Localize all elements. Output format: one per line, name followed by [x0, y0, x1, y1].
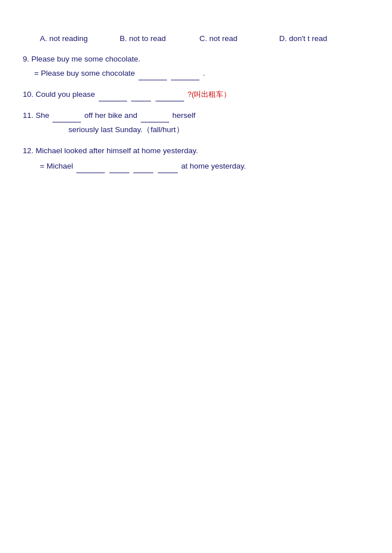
q12-blank-4[interactable]	[158, 164, 178, 173]
q9-main: 9. Please buy me some chocolate.	[23, 53, 369, 66]
q9-sub: = Please buy some chocolate .	[23, 67, 369, 80]
q11-line2: seriously last Sunday.（fall/hurt）	[23, 124, 369, 137]
q12-blank-1[interactable]	[76, 164, 105, 173]
question-10: 10. Could you please ?(叫出租车）	[23, 88, 369, 101]
page: A. not reading B. not to read C. not rea…	[0, 0, 392, 204]
q10-blank-3[interactable]	[156, 92, 184, 101]
q9-blank-2[interactable]	[171, 71, 199, 80]
question-9: 9. Please buy me some chocolate. = Pleas…	[23, 53, 369, 80]
question-11: 11. She off her bike and herself serious…	[23, 109, 369, 137]
q10-blank-1[interactable]	[99, 92, 127, 101]
q11-line1: 11. She off her bike and herself	[23, 109, 369, 122]
q12-blank-2[interactable]	[109, 164, 129, 173]
q11-blank-2[interactable]	[141, 113, 169, 122]
question-12: 12. Michael looked after himself at home…	[23, 145, 369, 173]
answer-choices-row: A. not reading B. not to read C. not rea…	[23, 34, 369, 43]
q12-main: 12. Michael looked after himself at home…	[23, 145, 369, 158]
q10-main: 10. Could you please ?(叫出租车）	[23, 90, 231, 99]
q10-blank-2[interactable]	[131, 92, 151, 101]
q11-blank-1[interactable]	[52, 113, 81, 122]
q12-sub: = Michael at home yesterday.	[23, 160, 369, 173]
q9-blank-1[interactable]	[138, 71, 167, 80]
q12-blank-3[interactable]	[133, 164, 153, 173]
q10-chinese: ?(叫出租车）	[187, 90, 231, 99]
choice-a: A. not reading	[40, 34, 120, 43]
choice-b: B. not to read	[120, 34, 199, 43]
choice-d: D. don't t read	[279, 34, 359, 43]
choice-c: C. not read	[199, 34, 279, 43]
